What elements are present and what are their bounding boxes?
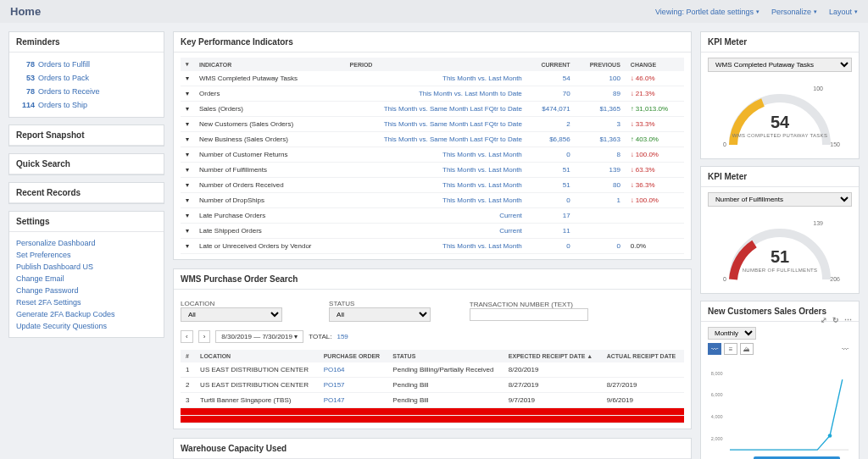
gauge1-value: 54 xyxy=(771,113,789,132)
kpi-row[interactable]: ▾ Number of Orders Received This Month v… xyxy=(181,178,684,193)
col-num[interactable]: # xyxy=(181,350,195,362)
reminder-item[interactable]: 78Orders to Receive xyxy=(16,85,157,98)
location-select[interactable]: All xyxy=(181,307,282,322)
po-row[interactable] xyxy=(181,416,684,423)
page-title: Home xyxy=(10,5,41,18)
kpi-meter-2: KPI Meter Number of Fulfillments 139 51 … xyxy=(700,166,860,294)
gauge1-label: WMS COMPLETED PUTAWAY TASKS xyxy=(732,133,827,138)
kpi-row[interactable]: ▾ Number of DropShips This Month vs. Las… xyxy=(181,193,684,208)
svg-text:4,000: 4,000 xyxy=(711,414,723,419)
layout-dropdown[interactable]: Layout ▾ xyxy=(829,8,858,16)
settings-portlet: Settings Personalize DashboardSet Prefer… xyxy=(8,211,164,338)
reminder-item[interactable]: 53Orders to Pack xyxy=(16,71,157,85)
settings-link[interactable]: Generate 2FA Backup Codes xyxy=(16,308,157,320)
settings-link[interactable]: Change Email xyxy=(16,273,157,285)
svg-text:6,000: 6,000 xyxy=(711,392,723,397)
capacity-title: Warehouse Capacity Used xyxy=(174,439,691,459)
menu-icon[interactable]: ⋯ xyxy=(844,316,852,324)
recent-records-portlet[interactable]: Recent Records xyxy=(8,182,164,204)
total-value[interactable]: 159 xyxy=(337,333,348,340)
col-po[interactable]: Purchase Order xyxy=(319,350,388,362)
kpi-row[interactable]: ▾ WMS Completed Putaway Tasks This Month… xyxy=(181,71,684,86)
col-change[interactable]: Change xyxy=(626,58,684,71)
gauge1-tick: 100 xyxy=(813,86,823,91)
next-page-button[interactable]: › xyxy=(198,330,211,343)
personalize-dropdown[interactable]: Personalize ▾ xyxy=(771,8,817,16)
gauge2-max: 206 xyxy=(830,276,840,282)
reminders-portlet: Reminders 78Orders to Fulfill53Orders to… xyxy=(8,31,164,118)
viewing-dropdown[interactable]: Viewing: Portlet date settings ▾ xyxy=(655,8,760,16)
po-row[interactable]: 3Turtli Banner Singapore (TBS)PO147Pendi… xyxy=(181,393,684,408)
txn-input[interactable] xyxy=(470,308,588,321)
kpi-row[interactable]: ▾ Late or Unreceived Orders by Vendor Th… xyxy=(181,239,684,254)
meter1-select[interactable]: WMS Completed Putaway Tasks xyxy=(708,58,852,72)
col-previous[interactable]: Previous xyxy=(576,58,626,71)
settings-link[interactable]: Reset 2FA Settings xyxy=(16,296,157,308)
kpi-meter-1: KPI Meter WMS Completed Putaway Tasks 10… xyxy=(700,31,860,159)
gauge2-value: 51 xyxy=(771,247,789,267)
col-expected[interactable]: Expected Receipt Date ▲ xyxy=(504,350,602,362)
location-label: Location xyxy=(181,300,214,307)
col-indicator[interactable]: Indicator xyxy=(194,58,345,71)
report-snapshot-portlet[interactable]: Report Snapshot xyxy=(8,124,164,147)
kpi-row[interactable]: ▾ Late Purchase Orders Current 17 xyxy=(181,208,684,224)
reminders-title: Reminders xyxy=(9,32,164,53)
po-row[interactable]: 1US EAST DISTRIBUTION CENTERPO164Pending… xyxy=(181,362,684,378)
kpi-row[interactable]: ▾ New Customers (Sales Orders) This Mont… xyxy=(181,117,684,132)
kpi-row[interactable]: ▾ Sales (Orders) This Month vs. Same Mon… xyxy=(181,102,684,117)
txn-label: Transaction Number (Text) xyxy=(470,301,573,308)
chart-period-select[interactable]: Monthly xyxy=(708,327,756,340)
meter2-select[interactable]: Number of Fulfillments xyxy=(708,192,852,207)
kpi-table: ▾ Indicator Period Current Previous Chan… xyxy=(181,58,684,254)
date-range-picker[interactable]: 8/30/2019 — 7/30/2019 ▾ xyxy=(215,330,303,343)
svg-point-5 xyxy=(828,434,832,438)
report-snapshot-title: Report Snapshot xyxy=(9,125,164,146)
prev-page-button[interactable]: ‹ xyxy=(181,330,193,343)
chevron-down-icon: ▾ xyxy=(854,8,858,15)
kpi-row[interactable]: ▾ Number of Fulfillments This Month vs. … xyxy=(181,163,684,178)
svg-text:8,000: 8,000 xyxy=(711,371,723,376)
po-search-portlet: WMS Purchase Order Search Location All S… xyxy=(173,268,692,429)
sales-chart-portlet: New Customers Sales Orders ⤢ ↻ ⋯ Monthly… xyxy=(700,301,860,459)
po-search-title: WMS Purchase Order Search xyxy=(174,269,691,290)
settings-link[interactable]: Publish Dashboard US xyxy=(16,261,157,273)
chevron-down-icon: ▾ xyxy=(814,8,817,15)
status-label: Status xyxy=(329,300,354,307)
reminder-item[interactable]: 114Orders to Ship xyxy=(16,98,157,112)
sales-chart-title: New Customers Sales Orders ⤢ ↻ ⋯ xyxy=(701,301,859,322)
col-status[interactable]: Status xyxy=(387,350,504,362)
chart-type-area-icon[interactable]: ⛰ xyxy=(740,343,754,355)
kpi-row[interactable]: ▾ Number of Customer Returns This Month … xyxy=(181,147,684,163)
chart-type-line-icon[interactable]: 〰 xyxy=(708,343,721,355)
refresh-icon[interactable]: ↻ xyxy=(832,316,839,324)
reminder-item[interactable]: 78Orders to Fulfill xyxy=(16,58,157,71)
gauge2-tick: 139 xyxy=(813,220,823,226)
quick-search-title: Quick Search xyxy=(9,154,164,174)
kpi-portlet: Key Performance Indicators ▾ Indicator P… xyxy=(173,31,692,260)
col-current[interactable]: Current xyxy=(527,58,576,71)
gauge1-max: 150 xyxy=(830,141,840,147)
settings-link[interactable]: Change Password xyxy=(16,285,157,296)
quick-search-portlet[interactable]: Quick Search xyxy=(8,153,164,175)
meter2-title: KPI Meter xyxy=(701,167,859,187)
kpi-row[interactable]: ▾ Late Shipped Orders Current 11 xyxy=(181,224,684,239)
expand-icon[interactable]: ⤢ xyxy=(821,316,827,324)
meter1-title: KPI Meter xyxy=(701,32,859,53)
chart-type-bar-icon[interactable]: ≡ xyxy=(724,343,737,355)
kpi-row[interactable]: ▾ New Business (Sales Orders) This Month… xyxy=(181,132,684,147)
kpi-row[interactable]: ▾ Orders This Month vs. Last Month to Da… xyxy=(181,86,684,102)
po-row[interactable] xyxy=(181,408,684,416)
gauge2-label: NUMBER OF FULFILLMENTS xyxy=(743,268,818,273)
status-select[interactable]: All xyxy=(329,307,431,322)
settings-link[interactable]: Set Preferences xyxy=(16,249,157,261)
po-row[interactable]: 2US EAST DISTRIBUTION CENTERPO157Pending… xyxy=(181,378,684,393)
gauge1-min: 0 xyxy=(723,141,726,147)
settings-link[interactable]: Personalize Dashboard xyxy=(16,237,157,249)
po-table: # Location Purchase Order Status Expecte… xyxy=(181,350,684,423)
col-period[interactable]: Period xyxy=(345,58,527,71)
col-actual[interactable]: Actual Receipt Date xyxy=(602,350,684,362)
chart-legend-icon[interactable]: 〰 xyxy=(838,343,852,355)
settings-link[interactable]: Update Security Questions xyxy=(16,320,157,332)
col-loc[interactable]: Location xyxy=(195,350,319,362)
settings-title: Settings xyxy=(9,212,164,232)
